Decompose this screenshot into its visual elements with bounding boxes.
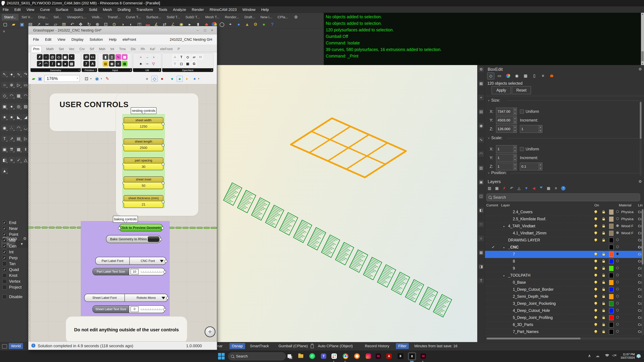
boxedit-tab-list[interactable]: ≡: [540, 72, 546, 79]
layer-color-swatch[interactable]: [609, 238, 614, 243]
mirror-tool-icon[interactable]: ▷: [22, 135, 29, 142]
layer-lock-icon[interactable]: [602, 303, 605, 305]
move-icon[interactable]: +: [478, 95, 484, 100]
checkbox-perp[interactable]: ✓: [2, 256, 7, 260]
layer-name[interactable]: 4.1_Vindtæt_25mm: [513, 231, 546, 235]
sphere-component-icon[interactable]: ●: [62, 61, 68, 66]
material-dot-icon[interactable]: [616, 316, 619, 319]
plane-icon[interactable]: ▤: [478, 109, 484, 114]
zoom-extents-icon[interactable]: ⊡: [84, 76, 90, 81]
sheet-label-text-size-slider[interactable]: Sheet Label Text Size 0: [92, 305, 165, 313]
layer-on-bulb-icon[interactable]: [594, 267, 597, 270]
layer-lock-icon[interactable]: [602, 296, 605, 298]
move-pts-tool-icon[interactable]: ↗: [8, 135, 15, 142]
boxedit-scrollbar[interactable]: [640, 100, 642, 176]
status-minutes-from-last-save-16[interactable]: Minutes from last save: 16: [414, 344, 458, 348]
relay-component-icon[interactable]: ⇒: [144, 61, 150, 66]
layer-name[interactable]: 4_TAR_Vindtæt: [508, 224, 535, 228]
layers-new-layer-icon[interactable]: ▥: [487, 185, 492, 191]
layer-lock-icon[interactable]: [602, 211, 605, 213]
palette-group-label[interactable]: Primitive▾: [82, 68, 97, 72]
layer-name[interactable]: _CNC: [508, 245, 519, 250]
points-group-tool-icon[interactable]: ∴: [8, 125, 15, 131]
size-y-input[interactable]: 4503.00▲▼: [496, 116, 517, 124]
search-input[interactable]: Search: [486, 194, 640, 201]
notification-bell-icon[interactable]: [636, 354, 641, 358]
palette-group-label[interactable]: Util▾: [133, 68, 161, 72]
circle-tool-icon[interactable]: ○: [1, 82, 8, 88]
expand-arrow-icon[interactable]: ▴: [502, 225, 505, 228]
explode-tool-icon[interactable]: ★: [8, 114, 15, 120]
help-icon[interactable]: ?: [269, 21, 276, 28]
indesign-2-icon[interactable]: Id: [420, 352, 427, 360]
layer-lock-icon[interactable]: [602, 219, 605, 221]
start-button[interactable]: [218, 352, 225, 360]
scale-y-input[interactable]: 1▲▼: [496, 154, 517, 162]
layer-lock-icon[interactable]: [602, 310, 605, 312]
taskbar-search-input[interactable]: Search: [228, 352, 286, 360]
reset-button[interactable]: Reset: [512, 86, 531, 94]
number-component-icon[interactable]: 0.1: [90, 54, 96, 60]
slider-sheet-thickness-mm-[interactable]: sheet thickness (mm)21: [124, 195, 164, 208]
offset-arc-tool-icon[interactable]: ◡: [22, 125, 29, 131]
sphere-white-icon[interactable]: ◯: [219, 21, 225, 28]
mesh-star-component-icon[interactable]: *: [69, 54, 74, 60]
size-increment-input[interactable]: 1▲▼: [520, 125, 542, 133]
menu-solid[interactable]: Solid: [89, 7, 97, 12]
dice-component-icon[interactable]: ∵: [172, 61, 178, 66]
part-label-font-combo[interactable]: Part Label Font CNC Font: [95, 257, 166, 265]
bend-person-tool-icon[interactable]: ≡: [8, 157, 15, 163]
scroll-down-icon[interactable]: ▼: [641, 62, 644, 65]
layer-name[interactable]: 1_Deep_Cutout_Border: [513, 287, 554, 292]
layer-row-4-1-vindt-t-25mm[interactable]: 4.1_Vindtæt_25mmWood FCo: [485, 230, 642, 237]
layer-name[interactable]: 2.5_Klemliste Roof.: [513, 217, 546, 221]
menu-subd[interactable]: SubD: [74, 7, 83, 12]
layer-name[interactable]: 2_Semi_Depth_Hole: [513, 294, 548, 299]
layer-color-swatch[interactable]: [609, 315, 614, 320]
sheet-label-font-combo[interactable]: Sheet Label Font Roboto Mono: [84, 294, 168, 302]
x-component-icon[interactable]: ✗: [37, 54, 42, 60]
layer-on-bulb-icon[interactable]: [594, 231, 597, 234]
tray-chevron-icon[interactable]: ∧: [588, 354, 591, 358]
menu-drafting[interactable]: Drafting: [118, 7, 130, 12]
spiral-component-icon[interactable]: @: [50, 54, 55, 60]
gear-icon[interactable]: ⚙: [294, 15, 298, 20]
layer-row-7-part-names[interactable]: 7_Part_NamesCo: [485, 328, 642, 336]
layer-color-swatch[interactable]: [609, 231, 614, 236]
slider-value[interactable]: 21: [124, 201, 163, 208]
chevron-down-icon[interactable]: ▾: [100, 76, 102, 81]
preview-geometry-button[interactable]: Click to Preview Geometry: [119, 224, 163, 232]
sphere-icon[interactable]: ◉: [478, 123, 484, 128]
whatsapp-icon[interactable]: ✆: [308, 352, 316, 360]
column-header-on[interactable]: On: [594, 203, 599, 207]
layers-down-icon[interactable]: ▼: [524, 185, 529, 191]
volume-muted-icon[interactable]: ◁✕: [612, 354, 617, 357]
gh-menu-edit[interactable]: Edit: [45, 37, 51, 42]
teams-icon[interactable]: T: [320, 352, 328, 360]
pipe-icon[interactable]: ◫: [478, 194, 484, 199]
layer-name[interactable]: 9: [513, 266, 515, 271]
gh-menu-file[interactable]: File: [33, 37, 39, 42]
boolean-star-tool-icon[interactable]: ★: [1, 114, 8, 120]
shapes-component-icon[interactable]: ◻: [178, 61, 184, 66]
chevron-down-icon[interactable]: [162, 297, 165, 301]
osnap-item-near[interactable]: ✓Near: [2, 226, 28, 231]
size-uniform-checkbox[interactable]: [520, 109, 524, 113]
earth-icon[interactable]: ●: [261, 21, 267, 28]
gh-tab-elefront[interactable]: eleFront: [160, 46, 173, 52]
text-component-icon[interactable]: A: [90, 61, 96, 66]
gem-blue-icon[interactable]: ●: [192, 76, 198, 81]
layers-delete-icon[interactable]: ✗: [502, 185, 507, 191]
task-view-icon[interactable]: [286, 352, 293, 360]
layer-lock-icon[interactable]: [602, 324, 605, 326]
layer-lock-icon[interactable]: [602, 289, 605, 291]
gradient-component-icon[interactable]: ▩: [122, 61, 128, 66]
layer-lock-icon[interactable]: [602, 240, 605, 242]
material-dot-icon[interactable]: [616, 274, 619, 276]
instagram-icon[interactable]: ◻: [364, 352, 372, 360]
layer-color-swatch[interactable]: [609, 329, 614, 334]
scroll-up-icon[interactable]: ▲: [641, 13, 644, 15]
checkbox-point[interactable]: ✓: [2, 232, 7, 237]
rhino-8-active-icon[interactable]: 8: [408, 352, 416, 360]
scale-increment-input[interactable]: 0.1▲▼: [520, 163, 542, 170]
